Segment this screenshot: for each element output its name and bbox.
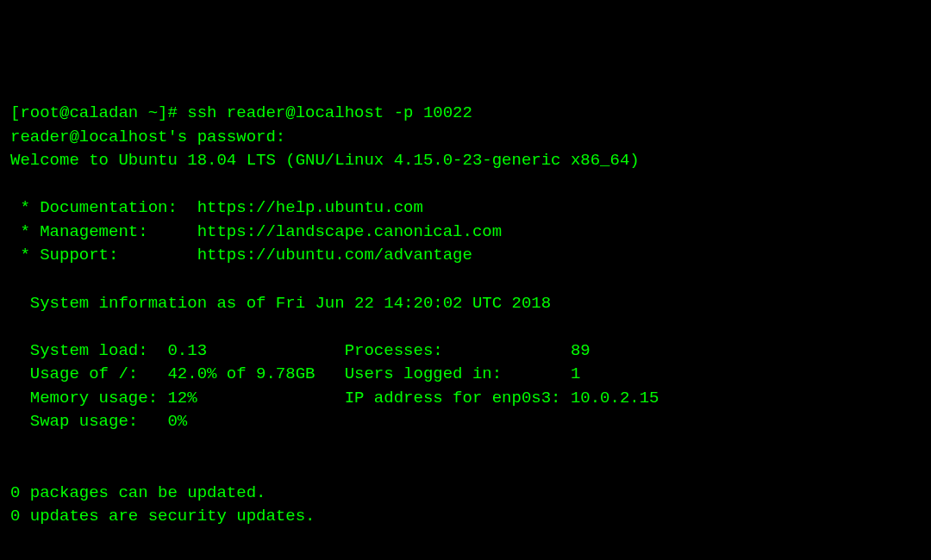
management-line: * Management: https://landscape.canonica…	[10, 222, 502, 241]
usage-line: Usage of /: 42.0% of 9.78GB Users logged…	[10, 364, 580, 383]
terminal-screen[interactable]: [root@caladan ~]# ssh reader@localhost -…	[10, 102, 921, 560]
system-info-header: System information as of Fri Jun 22 14:2…	[10, 294, 551, 313]
support-line: * Support: https://ubuntu.com/advantage	[10, 246, 472, 264]
security-updates-line: 0 updates are security updates.	[10, 507, 315, 526]
packages-update-line: 0 packages can be updated.	[10, 483, 266, 502]
documentation-line: * Documentation: https://help.ubuntu.com	[10, 198, 423, 217]
system-load-line: System load: 0.13 Processes: 89	[10, 341, 590, 360]
swap-line: Swap usage: 0%	[10, 412, 187, 431]
welcome-line: Welcome to Ubuntu 18.04 LTS (GNU/Linux 4…	[10, 151, 640, 170]
ssh-command-line: [root@caladan ~]# ssh reader@localhost -…	[10, 103, 472, 122]
password-prompt-line: reader@localhost's password:	[10, 128, 285, 146]
memory-line: Memory usage: 12% IP address for enp0s3:…	[10, 389, 659, 408]
